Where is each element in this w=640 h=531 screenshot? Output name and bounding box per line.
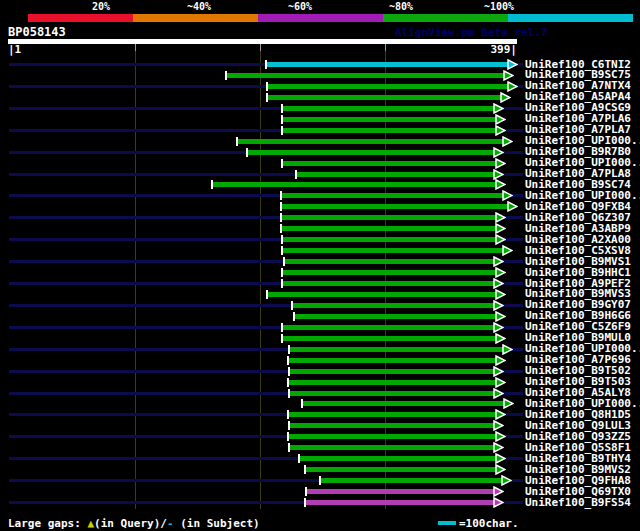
hit-start-tick xyxy=(287,378,289,387)
scale-legend-text: =100char. xyxy=(459,517,519,530)
hit-bar-UniRef100_UPI000..[interactable] xyxy=(283,161,498,166)
ruler-end-label: 399| xyxy=(417,44,517,56)
hit-label-UniRef100_B9FS54[interactable]: UniRef100_B9FS54 xyxy=(525,497,631,509)
hit-start-tick xyxy=(225,71,227,80)
scale-label-100: ~100% xyxy=(444,1,514,13)
scale-label-40: ~40% xyxy=(141,1,211,13)
hit-start-tick xyxy=(211,180,213,189)
hit-bar-UniRef100_A5ALY8[interactable] xyxy=(290,391,496,396)
hit-bar-UniRef100_Q69TX0[interactable] xyxy=(307,489,496,494)
hit-bar-UniRef100_Q5S8F1[interactable] xyxy=(290,445,496,450)
hit-bar-UniRef100_C6TNI2[interactable] xyxy=(267,62,510,67)
hit-arrowhead-icon xyxy=(503,398,514,409)
hit-bar-UniRef100_UPI000..[interactable] xyxy=(238,139,505,144)
hit-start-tick xyxy=(304,465,306,474)
scale-label-20: 20% xyxy=(40,1,110,13)
hit-start-tick xyxy=(236,137,238,146)
hit-arrowhead-icon xyxy=(493,103,504,114)
ruler-tick xyxy=(135,44,136,51)
hit-bar-UniRef100_C5Z6F9[interactable] xyxy=(283,325,496,330)
hit-start-tick xyxy=(287,356,289,365)
hit-bar-UniRef100_A5APA4[interactable] xyxy=(268,95,503,100)
hit-start-tick xyxy=(304,498,306,507)
hit-start-tick xyxy=(281,115,283,124)
hit-start-tick xyxy=(281,246,283,255)
hit-arrowhead-icon xyxy=(493,300,504,311)
hit-start-tick xyxy=(283,257,285,266)
gaps-prefix: Large gaps: xyxy=(8,517,87,530)
hit-arrowhead-icon xyxy=(493,169,504,180)
hit-arrowhead-icon xyxy=(495,125,506,136)
hit-bar-UniRef100_UPI000..[interactable] xyxy=(282,193,505,198)
scale-label-60: ~60% xyxy=(242,1,312,13)
hit-bar-UniRef100_C5XSV8[interactable] xyxy=(283,248,505,253)
hit-bar-UniRef100_B9GY07[interactable] xyxy=(293,303,496,308)
hit-bar-UniRef100_Q9FXB4[interactable] xyxy=(282,204,510,209)
hit-start-tick xyxy=(281,126,283,135)
hit-start-tick xyxy=(280,213,282,222)
hit-bar-UniRef100_B9HHC1[interactable] xyxy=(283,270,498,275)
hit-bar-UniRef100_A2XA00[interactable] xyxy=(283,237,498,242)
hit-bar-UniRef100_B9SC75[interactable] xyxy=(227,73,506,78)
hit-bar-UniRef100_B9MVS1[interactable] xyxy=(285,259,496,264)
ruler-gridline xyxy=(135,44,136,509)
hit-arrowhead-icon xyxy=(493,442,504,453)
hit-arrowhead-icon xyxy=(495,223,506,234)
hit-bar-UniRef100_A7NTX4[interactable] xyxy=(268,84,510,89)
hit-arrowhead-icon xyxy=(493,366,504,377)
alignview-screen: 20%~40%~60%~80%~100% BP058143 AlignView.… xyxy=(0,0,640,531)
hit-bar-UniRef100_B9THY4[interactable] xyxy=(300,456,498,461)
hit-arrowhead-icon xyxy=(495,431,506,442)
hit-start-tick xyxy=(295,170,297,179)
hit-start-tick xyxy=(288,345,290,354)
hit-arrowhead-icon xyxy=(495,158,506,169)
hit-start-tick xyxy=(266,290,268,299)
hit-bar-UniRef100_B9R7B0[interactable] xyxy=(248,150,496,155)
hit-arrowhead-icon xyxy=(507,59,518,70)
hit-bar-UniRef100_Q9LUL3[interactable] xyxy=(290,423,496,428)
hit-bar-UniRef100_B9T502[interactable] xyxy=(290,369,496,374)
scale-segment-60 xyxy=(258,14,383,22)
hit-start-tick xyxy=(281,235,283,244)
hit-arrowhead-icon xyxy=(495,464,506,475)
hit-start-tick xyxy=(288,443,290,452)
hit-start-tick xyxy=(287,432,289,441)
ruler-tick xyxy=(260,44,261,51)
hit-bar-UniRef100_B9MVS3[interactable] xyxy=(268,292,498,297)
hit-bar-UniRef100_A7PLA8[interactable] xyxy=(297,172,496,177)
hit-start-tick xyxy=(288,421,290,430)
hit-bar-UniRef100_A7P696[interactable] xyxy=(289,358,498,363)
hit-bar-UniRef100_B9FS54[interactable] xyxy=(306,500,496,505)
hit-start-tick xyxy=(305,487,307,496)
hit-bar-UniRef100_UPI000..[interactable] xyxy=(303,401,506,406)
hit-arrowhead-icon xyxy=(493,256,504,267)
hit-start-tick xyxy=(280,202,282,211)
hit-bar-UniRef100_A9CSG9[interactable] xyxy=(283,106,496,111)
hit-start-tick xyxy=(288,389,290,398)
hit-arrowhead-icon xyxy=(502,344,513,355)
hit-bar-UniRef100_B9MUL0[interactable] xyxy=(283,336,498,341)
hit-bar-UniRef100_Q9FHA8[interactable] xyxy=(321,478,504,483)
gap-query-text: (in Query)/ xyxy=(94,517,167,530)
hit-arrowhead-icon xyxy=(493,278,504,289)
query-id: BP058143 xyxy=(8,26,66,39)
hit-bar-UniRef100_A9PEF2[interactable] xyxy=(283,281,496,286)
hit-bar-UniRef100_A7PLA7[interactable] xyxy=(283,128,498,133)
hit-start-tick xyxy=(293,312,295,321)
hit-start-tick xyxy=(301,399,303,408)
hit-bar-UniRef100_Q8H1D5[interactable] xyxy=(289,412,498,417)
hit-bar-UniRef100_B9T503[interactable] xyxy=(289,380,498,385)
hit-bar-UniRef100_A7PLA6[interactable] xyxy=(283,117,498,122)
hit-bar-UniRef100_UPI000..[interactable] xyxy=(290,347,505,352)
hit-bar-UniRef100_B9H6G6[interactable] xyxy=(295,314,498,319)
hit-bar-UniRef100_A3ABP9[interactable] xyxy=(282,226,498,231)
hit-bar-UniRef100_Q6Z307[interactable] xyxy=(282,215,498,220)
hit-bar-UniRef100_Q93ZZ5[interactable] xyxy=(289,434,498,439)
hit-start-tick xyxy=(291,301,293,310)
hit-bar-UniRef100_B9MVS2[interactable] xyxy=(306,467,498,472)
hit-bar-UniRef100_B9SC74[interactable] xyxy=(213,182,498,187)
hit-arrowhead-icon xyxy=(501,475,512,486)
hit-start-tick xyxy=(281,159,283,168)
watermark-text: AlignView.pm Beta rel.7 xyxy=(395,27,547,39)
hit-start-tick xyxy=(246,148,248,157)
